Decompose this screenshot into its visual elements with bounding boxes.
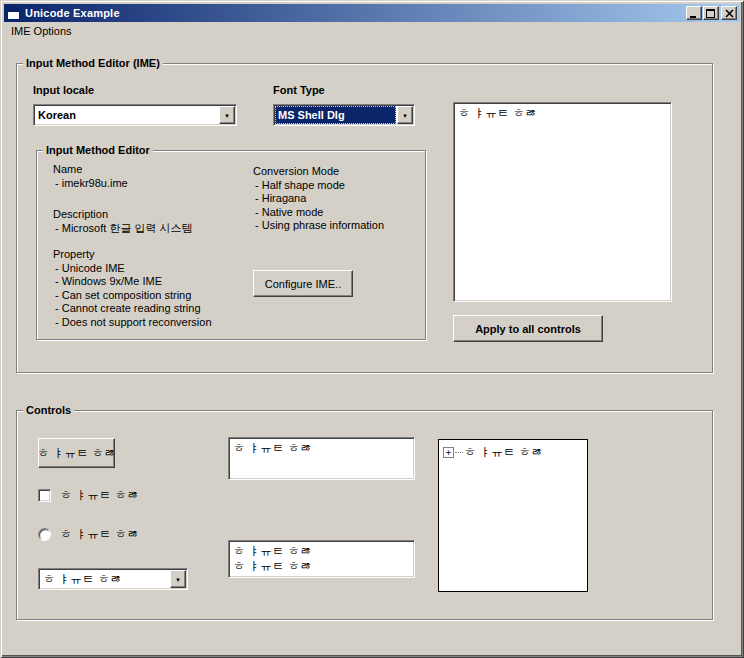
maximize-button[interactable] <box>703 6 719 20</box>
menu-bar: IME Options <box>4 22 740 40</box>
sample-button[interactable]: ㅎ ㅑㅠㅌ ㅎㅀ <box>38 438 115 468</box>
font-type-value: MS Shell Dlg <box>275 106 396 124</box>
minimize-button[interactable] <box>686 6 702 20</box>
conversion-mode-item: - Native mode <box>255 206 384 220</box>
sample-edit-multi-line: ㅎ ㅑㅠㅌ ㅎㅀ <box>233 559 410 574</box>
sample-combobox[interactable]: ㅎ ㅑㅠㅌ ㅎㅀ ▾ <box>38 568 188 590</box>
tree-item-label[interactable]: ㅎ ㅑㅠㅌ ㅎㅀ <box>464 444 543 461</box>
font-type-combobox[interactable]: MS Shell Dlg ▾ <box>273 104 415 126</box>
ime-conversion-section: Conversion Mode - Half shape mode - Hira… <box>253 165 384 233</box>
sample-edit-single[interactable]: ㅎ ㅑㅠㅌ ㅎㅀ <box>228 437 415 480</box>
sample-combobox-value: ㅎ ㅑㅠㅌ ㅎㅀ <box>40 570 169 588</box>
unicode-example-window: Unicode Example IME Options Input Method… <box>0 0 744 658</box>
conversion-mode-item: - Hiragana <box>255 192 384 206</box>
description-label: Description <box>53 208 193 222</box>
sample-radio-button[interactable] <box>38 528 51 541</box>
maximize-icon <box>706 9 716 18</box>
sample-treeview[interactable]: + ㅎ ㅑㅠㅌ ㅎㅀ <box>438 439 588 592</box>
property-item: - Does not support reconversion <box>55 316 212 330</box>
font-type-dropdown-button[interactable]: ▾ <box>397 106 413 124</box>
tree-connector <box>455 452 463 453</box>
configure-ime-button[interactable]: Configure IME.. <box>253 270 353 297</box>
tree-expand-icon[interactable]: + <box>443 447 454 458</box>
close-button[interactable] <box>721 6 737 20</box>
sample-checkbox-label[interactable]: ㅎ ㅑㅠㅌ ㅎㅀ <box>60 489 139 503</box>
tree-root-item[interactable]: + ㅎ ㅑㅠㅌ ㅎㅀ <box>443 444 543 461</box>
ime-preview-text: ㅎ ㅑㅠㅌ ㅎㅀ <box>458 106 667 121</box>
app-window-icon[interactable] <box>7 7 20 20</box>
ime-property-section: Property - Unicode IME - Windows 9x/Me I… <box>53 248 212 329</box>
dropdown-arrow-icon: ▾ <box>225 112 229 119</box>
apply-to-all-controls-button[interactable]: Apply to all controls <box>453 315 603 342</box>
ime-info-group-title: Input Method Editor <box>43 143 153 157</box>
property-item: - Can set composition string <box>55 289 212 303</box>
conversion-mode-item: - Using phrase information <box>255 219 384 233</box>
input-locale-value: Korean <box>35 106 218 124</box>
close-icon <box>725 9 734 18</box>
conversion-mode-label: Conversion Mode <box>253 165 384 179</box>
conversion-mode-item: - Half shape mode <box>255 179 384 193</box>
dropdown-arrow-icon: ▾ <box>403 112 407 119</box>
sample-checkbox[interactable] <box>38 489 51 502</box>
minimize-icon <box>689 9 699 18</box>
font-type-label: Font Type <box>273 84 325 98</box>
ime-description-section: Description - Microsoft 한글 입력 시스템 <box>53 208 193 235</box>
input-locale-dropdown-button[interactable]: ▾ <box>219 106 235 124</box>
ime-group-title: Input Method Editor (IME) <box>23 56 163 70</box>
ime-preview-textarea[interactable]: ㅎ ㅑㅠㅌ ㅎㅀ <box>453 102 672 302</box>
sample-edit-multi-line: ㅎ ㅑㅠㅌ ㅎㅀ <box>233 544 410 559</box>
title-bar[interactable]: Unicode Example <box>4 4 740 22</box>
sample-radio-label[interactable]: ㅎ ㅑㅠㅌ ㅎㅀ <box>60 528 139 542</box>
menu-item-ime-options[interactable]: IME Options <box>4 23 79 39</box>
input-locale-combobox[interactable]: Korean ▾ <box>33 104 237 126</box>
input-locale-label: Input locale <box>33 84 94 98</box>
ime-name-section: Name - imekr98u.ime <box>53 163 128 190</box>
property-item: - Cannot create reading string <box>55 302 212 316</box>
window-title: Unicode Example <box>25 7 685 19</box>
description-value: - Microsoft 한글 입력 시스템 <box>55 222 193 236</box>
sample-combobox-dropdown-button[interactable]: ▾ <box>170 570 186 588</box>
name-label: Name <box>53 163 128 177</box>
sample-edit-multi[interactable]: ㅎ ㅑㅠㅌ ㅎㅀ ㅎ ㅑㅠㅌ ㅎㅀ <box>228 540 415 578</box>
sample-edit-single-text: ㅎ ㅑㅠㅌ ㅎㅀ <box>233 441 410 456</box>
dropdown-arrow-icon: ▾ <box>176 576 180 583</box>
controls-group-title: Controls <box>23 403 74 417</box>
property-item: - Unicode IME <box>55 262 212 276</box>
property-item: - Windows 9x/Me IME <box>55 275 212 289</box>
name-value: - imekr98u.ime <box>55 177 128 191</box>
property-label: Property <box>53 248 212 262</box>
